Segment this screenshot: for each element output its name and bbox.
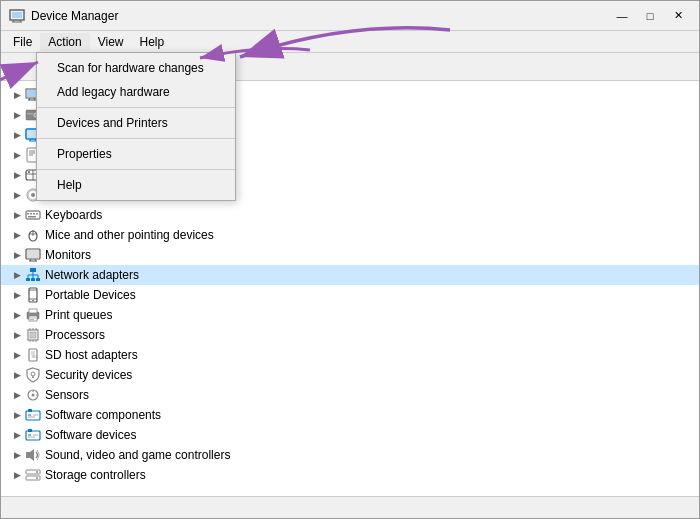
chevron-software-devices: ▶ xyxy=(9,427,25,443)
label-storage: Storage controllers xyxy=(45,468,146,482)
menu-add-legacy[interactable]: Add legacy hardware xyxy=(37,80,235,104)
label-print: Print queues xyxy=(45,308,112,322)
chevron-sound: ▶ xyxy=(9,447,25,463)
title-bar-controls: — □ ✕ xyxy=(609,6,691,26)
chevron-software-components: ▶ xyxy=(9,407,25,423)
tree-item-monitors[interactable]: ▶ Monitors xyxy=(1,245,699,265)
window-title: Device Manager xyxy=(31,9,118,23)
svg-rect-82 xyxy=(28,409,32,412)
menu-bar: File Action View Help xyxy=(1,31,699,53)
tree-item-portable[interactable]: ▶ Portable Devices xyxy=(1,285,699,305)
label-network: Network adapters xyxy=(45,268,139,282)
icon-sound xyxy=(25,447,41,463)
menu-separator-2 xyxy=(37,138,235,139)
chevron-print: ▶ xyxy=(9,307,25,323)
chevron-ide: ▶ xyxy=(9,187,25,203)
menu-help[interactable]: Help xyxy=(132,33,173,51)
icon-storage xyxy=(25,467,41,483)
chevron-computer: ▶ xyxy=(9,87,25,103)
svg-rect-87 xyxy=(28,429,32,432)
label-sound: Sound, video and game controllers xyxy=(45,448,230,462)
action-dropdown-menu: Scan for hardware changes Add legacy har… xyxy=(36,52,236,201)
icon-portable xyxy=(25,287,41,303)
icon-monitors xyxy=(25,247,41,263)
tree-item-print[interactable]: ▶ Print queues xyxy=(1,305,699,325)
svg-rect-4 xyxy=(12,12,22,18)
chevron-security: ▶ xyxy=(9,367,25,383)
tree-item-network[interactable]: ▶ Network adapters xyxy=(1,265,699,285)
svg-rect-41 xyxy=(27,250,39,258)
chevron-disk: ▶ xyxy=(9,107,25,123)
menu-view[interactable]: View xyxy=(90,33,132,51)
icon-sensors xyxy=(25,387,41,403)
menu-file[interactable]: File xyxy=(5,33,40,51)
label-processors: Processors xyxy=(45,328,105,342)
svg-point-26 xyxy=(28,171,30,173)
svg-rect-47 xyxy=(36,278,40,281)
svg-rect-13 xyxy=(27,113,33,115)
tree-item-keyboards[interactable]: ▶ Keyboards xyxy=(1,205,699,225)
chevron-keyboards: ▶ xyxy=(9,207,25,223)
svg-rect-33 xyxy=(33,213,35,215)
icon-security xyxy=(25,367,41,383)
icon-software-components xyxy=(25,407,41,423)
close-button[interactable]: ✕ xyxy=(665,6,691,26)
tree-item-processors[interactable]: ▶ Processors xyxy=(1,325,699,345)
svg-text:SD: SD xyxy=(32,354,38,359)
svg-rect-64 xyxy=(30,332,36,338)
tree-item-mice[interactable]: ▶ Mice and other pointing devices xyxy=(1,225,699,245)
svg-rect-60 xyxy=(29,316,37,321)
toolbar-back[interactable]: ◀ xyxy=(5,56,29,78)
label-portable: Portable Devices xyxy=(45,288,136,302)
menu-separator-3 xyxy=(37,169,235,170)
svg-rect-30 xyxy=(26,211,40,219)
svg-point-28 xyxy=(31,193,35,197)
label-software-devices: Software devices xyxy=(45,428,136,442)
svg-rect-31 xyxy=(27,213,29,215)
chevron-storage: ▶ xyxy=(9,467,25,483)
label-mice: Mice and other pointing devices xyxy=(45,228,214,242)
chevron-sensors: ▶ xyxy=(9,387,25,403)
status-bar xyxy=(1,496,699,518)
tree-item-software-devices[interactable]: ▶ Software devices xyxy=(1,425,699,445)
minimize-button[interactable]: — xyxy=(609,6,635,26)
svg-point-95 xyxy=(36,477,38,479)
menu-devices-printers[interactable]: Devices and Printers xyxy=(37,111,235,135)
menu-help[interactable]: Help xyxy=(37,173,235,197)
svg-rect-45 xyxy=(30,268,36,272)
tree-item-sdhost[interactable]: ▶ SD SD host adapters xyxy=(1,345,699,365)
label-sensors: Sensors xyxy=(45,388,89,402)
tree-item-sound[interactable]: ▶ Sound, video and game controllers xyxy=(1,445,699,465)
svg-rect-35 xyxy=(28,216,36,218)
menu-properties[interactable]: Properties xyxy=(37,142,235,166)
svg-point-78 xyxy=(32,394,35,397)
icon-software-devices xyxy=(25,427,41,443)
chevron-network: ▶ xyxy=(9,267,25,283)
svg-rect-34 xyxy=(36,213,38,215)
svg-point-93 xyxy=(36,471,38,473)
menu-scan-hardware[interactable]: Scan for hardware changes xyxy=(37,56,235,80)
chevron-processors: ▶ xyxy=(9,327,25,343)
label-software-components: Software components xyxy=(45,408,161,422)
svg-point-57 xyxy=(32,300,34,302)
chevron-hid: ▶ xyxy=(9,167,25,183)
label-sdhost: SD host adapters xyxy=(45,348,138,362)
icon-network xyxy=(25,267,41,283)
label-keyboards: Keyboards xyxy=(45,208,102,222)
icon-keyboards xyxy=(25,207,41,223)
chevron-mice: ▶ xyxy=(9,227,25,243)
maximize-button[interactable]: □ xyxy=(637,6,663,26)
tree-item-sensors[interactable]: ▶ Sensors xyxy=(1,385,699,405)
svg-rect-91 xyxy=(26,452,30,458)
svg-point-75 xyxy=(31,372,35,376)
tree-item-storage[interactable]: ▶ Storage controllers xyxy=(1,465,699,485)
tree-item-software-components[interactable]: ▶ Software components xyxy=(1,405,699,425)
menu-separator-1 xyxy=(37,107,235,108)
label-security: Security devices xyxy=(45,368,132,382)
chevron-display: ▶ xyxy=(9,127,25,143)
label-monitors: Monitors xyxy=(45,248,91,262)
icon-sdhost: SD xyxy=(25,347,41,363)
tree-item-security[interactable]: ▶ Security devices xyxy=(1,365,699,385)
title-bar-left: Device Manager xyxy=(9,8,118,24)
menu-action[interactable]: Action xyxy=(40,33,89,51)
